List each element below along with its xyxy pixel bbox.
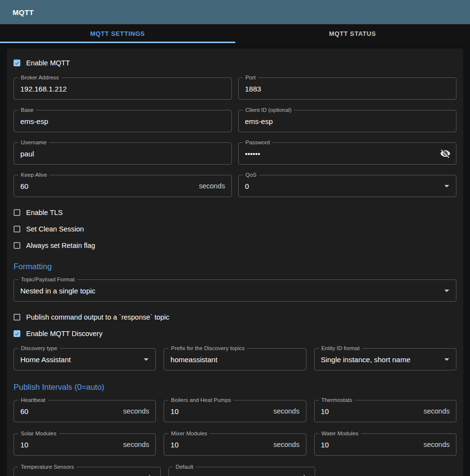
default-interval-input[interactable] bbox=[175, 474, 279, 476]
temperature-sensors-interval-unit: seconds bbox=[128, 474, 154, 476]
retain-flag-label: Always set Retain flag bbox=[26, 242, 95, 249]
username-field: Username bbox=[14, 142, 232, 165]
clean-session-label: Set Clean Session bbox=[26, 225, 84, 233]
mixer-interval-field: Mixer Modules seconds bbox=[164, 433, 306, 456]
grid-spacer bbox=[323, 467, 456, 476]
mixer-interval-input[interactable] bbox=[170, 441, 269, 449]
base-field: Base bbox=[14, 110, 232, 132]
boilers-interval-unit: seconds bbox=[273, 407, 300, 415]
water-interval-unit: seconds bbox=[424, 441, 450, 448]
topic-format-select[interactable]: Topic/Payload Format Nested in a single … bbox=[14, 279, 456, 302]
qos-label: QoS bbox=[243, 172, 259, 178]
port-field: Port bbox=[238, 77, 456, 100]
mixer-interval-label: Mixer Modules bbox=[168, 430, 210, 437]
checkbox-unchecked-icon bbox=[14, 209, 20, 216]
check-icon bbox=[15, 60, 19, 66]
formatting-heading: Formatting bbox=[14, 262, 456, 271]
password-field: Password bbox=[238, 142, 456, 165]
discovery-prefix-input[interactable] bbox=[170, 355, 299, 364]
boilers-interval-label: Boilers and Heat Pumps bbox=[168, 397, 233, 403]
thermostats-interval-input[interactable] bbox=[321, 407, 420, 415]
dropdown-arrow-icon bbox=[441, 285, 453, 296]
topic-format-label: Topic/Payload Format bbox=[18, 276, 77, 283]
app-bar: MQTT bbox=[0, 0, 470, 24]
checkbox-unchecked-icon bbox=[14, 242, 20, 249]
water-interval-label: Water Modules bbox=[319, 430, 361, 437]
dropdown-arrow-icon bbox=[441, 353, 453, 365]
qos-value: 0 bbox=[245, 182, 441, 190]
tab-mqtt-settings[interactable]: MQTT SETTINGS bbox=[0, 24, 235, 43]
base-label: Base bbox=[18, 107, 36, 113]
thermostats-interval-field: Thermostats seconds bbox=[314, 400, 456, 422]
enable-mqtt-checkbox[interactable]: Enable MQTT bbox=[14, 59, 456, 67]
discovery-type-label: Discovery type bbox=[18, 345, 60, 352]
broker-address-label: Broker Address bbox=[18, 75, 61, 81]
visibility-off-icon bbox=[440, 148, 451, 159]
default-interval-label: Default bbox=[173, 464, 196, 470]
password-input[interactable] bbox=[245, 150, 440, 158]
publish-response-checkbox[interactable]: Publish command output to a `response` t… bbox=[14, 313, 456, 322]
retain-flag-checkbox[interactable]: Always set Retain flag bbox=[14, 241, 456, 250]
heartbeat-field: Heartbeat seconds bbox=[14, 400, 156, 422]
solar-interval-label: Solar Modules bbox=[18, 430, 59, 437]
page-title: MQTT bbox=[13, 8, 34, 16]
heartbeat-label: Heartbeat bbox=[18, 397, 48, 403]
toggle-password-visibility-button[interactable] bbox=[440, 148, 452, 159]
keep-alive-label: Keep Alive bbox=[18, 172, 49, 178]
check-icon bbox=[15, 331, 19, 337]
mixer-interval-unit: seconds bbox=[273, 441, 300, 448]
enable-discovery-checkbox[interactable]: Enable MQTT Discovery bbox=[14, 329, 456, 338]
water-interval-field: Water Modules seconds bbox=[314, 433, 456, 456]
publish-response-label: Publish command output to a `response` t… bbox=[26, 313, 169, 321]
client-id-label: Client ID (optional) bbox=[243, 107, 294, 113]
keep-alive-field: Keep Alive seconds bbox=[14, 175, 232, 197]
water-interval-input[interactable] bbox=[321, 441, 420, 449]
port-label: Port bbox=[243, 75, 258, 81]
solar-interval-input[interactable] bbox=[20, 441, 119, 449]
broker-address-field: Broker Address bbox=[14, 77, 232, 100]
thermostats-interval-unit: seconds bbox=[424, 407, 450, 415]
enable-tls-checkbox[interactable]: Enable TLS bbox=[14, 208, 456, 217]
discovery-type-select[interactable]: Discovery type Home Assistant bbox=[14, 348, 156, 370]
boilers-interval-input[interactable] bbox=[170, 407, 269, 415]
enable-discovery-label: Enable MQTT Discovery bbox=[26, 330, 103, 338]
solar-interval-unit: seconds bbox=[123, 441, 149, 448]
thermostats-interval-label: Thermostats bbox=[319, 397, 355, 403]
tab-bar: MQTT SETTINGS MQTT STATUS bbox=[0, 24, 470, 43]
discovery-type-value: Home Assistant bbox=[20, 355, 140, 364]
entity-format-select[interactable]: Entity ID format Single instance, short … bbox=[314, 348, 456, 370]
keep-alive-unit: seconds bbox=[199, 182, 225, 190]
mqtt-settings-panel: Enable MQTT Broker Address Port Base Cli… bbox=[7, 48, 463, 476]
base-input[interactable] bbox=[20, 117, 225, 125]
tab-mqtt-status[interactable]: MQTT STATUS bbox=[235, 24, 470, 43]
boilers-interval-field: Boilers and Heat Pumps seconds bbox=[164, 400, 306, 422]
entity-format-value: Single instance, short name bbox=[321, 355, 441, 364]
checkbox-checked-icon bbox=[14, 330, 20, 337]
discovery-prefix-label: Prefix for the Discovery topics bbox=[168, 345, 247, 352]
username-label: Username bbox=[18, 139, 49, 146]
keep-alive-input[interactable] bbox=[20, 182, 195, 190]
temperature-sensors-interval-label: Temperature Sensors bbox=[18, 464, 76, 470]
port-input[interactable] bbox=[245, 85, 450, 93]
clean-session-checkbox[interactable]: Set Clean Session bbox=[14, 225, 456, 233]
qos-select[interactable]: QoS 0 bbox=[238, 175, 456, 197]
client-id-field: Client ID (optional) bbox=[238, 110, 456, 132]
temperature-sensors-interval-field: Temperature Sensors seconds bbox=[14, 467, 161, 476]
temperature-sensors-interval-input[interactable] bbox=[20, 474, 124, 476]
enable-tls-label: Enable TLS bbox=[26, 209, 63, 216]
checkbox-unchecked-icon bbox=[14, 314, 20, 321]
password-label: Password bbox=[243, 139, 273, 146]
client-id-input[interactable] bbox=[245, 117, 450, 125]
default-interval-unit: seconds bbox=[282, 474, 308, 476]
broker-address-input[interactable] bbox=[20, 85, 225, 93]
dropdown-arrow-icon bbox=[140, 353, 152, 365]
entity-format-label: Entity ID format bbox=[319, 345, 362, 352]
username-input[interactable] bbox=[20, 150, 225, 158]
heartbeat-input[interactable] bbox=[20, 407, 119, 415]
discovery-prefix-field: Prefix for the Discovery topics bbox=[164, 348, 306, 370]
checkbox-unchecked-icon bbox=[14, 226, 20, 232]
enable-mqtt-label: Enable MQTT bbox=[26, 59, 70, 67]
dropdown-arrow-icon bbox=[441, 180, 453, 192]
checkbox-checked-icon bbox=[14, 60, 20, 66]
solar-interval-field: Solar Modules seconds bbox=[14, 433, 156, 456]
